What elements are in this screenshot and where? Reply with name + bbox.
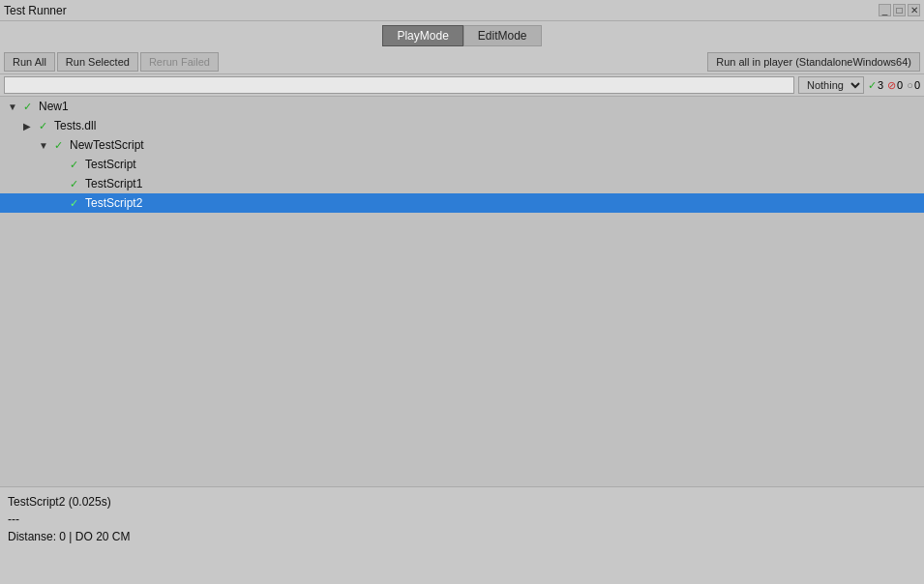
- arrow-tests-dll: ▶: [23, 121, 37, 131]
- playmode-button[interactable]: PlayMode: [382, 25, 462, 46]
- close-button[interactable]: ✕: [908, 4, 920, 16]
- failed-number: 0: [897, 79, 903, 91]
- failed-icon: ⊘: [887, 79, 896, 92]
- skipped-count: ○ 0: [907, 79, 920, 91]
- tree-item-newtestscript[interactable]: ▼ ✓ NewTestScript: [0, 135, 924, 155]
- title-bar: Test Runner _ □ ✕: [0, 0, 924, 21]
- passed-number: 3: [878, 79, 883, 91]
- bottom-line2: ---: [8, 511, 916, 528]
- mode-bar: PlayMode EditMode: [0, 21, 924, 50]
- filter-select[interactable]: Nothing: [798, 76, 864, 94]
- bottom-line3: Distanse: 0 | DO 20 CM: [8, 528, 916, 545]
- icon-testscript1: ✓: [70, 178, 83, 190]
- tree-row-tests-dll[interactable]: ▶ ✓ Tests.dll: [0, 117, 924, 134]
- tree-item-new1[interactable]: ▼ ✓ New1: [0, 97, 924, 116]
- maximize-button[interactable]: □: [893, 4, 906, 16]
- passed-count: ✓ 3: [868, 79, 883, 92]
- icon-testscript2: ✓: [70, 197, 83, 210]
- arrow-newtestscript: ▼: [39, 140, 52, 151]
- rerun-failed-button[interactable]: Rerun Failed: [140, 52, 219, 72]
- label-new1: New1: [39, 100, 69, 113]
- editmode-button[interactable]: EditMode: [463, 25, 542, 46]
- toolbar-right: Run all in player (StandaloneWindows64): [707, 52, 920, 72]
- title-bar-left: Test Runner: [4, 4, 67, 17]
- window-title: Test Runner: [4, 4, 67, 17]
- minimize-button[interactable]: _: [879, 4, 891, 16]
- passed-icon: ✓: [868, 79, 877, 92]
- search-bar: Nothing ✓ 3 ⊘ 0 ○ 0: [0, 74, 924, 97]
- skipped-icon: ○: [907, 79, 913, 91]
- arrow-new1: ▼: [8, 102, 21, 112]
- tree-item-testscript1[interactable]: ✓ TestScript1: [0, 174, 924, 193]
- bottom-line1: TestScript2 (0.025s): [8, 493, 916, 511]
- skipped-number: 0: [914, 79, 920, 91]
- test-runner-window: Test Runner _ □ ✕ PlayMode EditMode Run …: [0, 0, 924, 584]
- label-testscript2: TestScript2: [85, 196, 142, 210]
- tree-item-tests-dll[interactable]: ▶ ✓ Tests.dll: [0, 116, 924, 135]
- label-testscript: TestScript: [85, 158, 136, 171]
- label-testscript1: TestScript1: [85, 177, 142, 190]
- tree-row-testscript1[interactable]: ✓ TestScript1: [0, 175, 924, 192]
- toolbar: Run All Run Selected Rerun Failed Run al…: [0, 50, 924, 74]
- tree-row-newtestscript[interactable]: ▼ ✓ NewTestScript: [0, 136, 924, 154]
- failed-count: ⊘ 0: [887, 79, 903, 92]
- run-all-player-button[interactable]: Run all in player (StandaloneWindows64): [707, 52, 920, 72]
- title-controls: _ □ ✕: [879, 4, 920, 16]
- search-input[interactable]: [4, 76, 794, 94]
- tree-item-testscript[interactable]: ✓ TestScript: [0, 155, 924, 174]
- tree-row-testscript2[interactable]: ✓ TestScript2: [0, 194, 924, 212]
- toolbar-left: Run All Run Selected Rerun Failed: [4, 52, 219, 72]
- status-icons: ✓ 3 ⊘ 0 ○ 0: [868, 79, 920, 92]
- icon-tests-dll: ✓: [39, 120, 52, 132]
- icon-testscript: ✓: [70, 159, 83, 171]
- bottom-panel: TestScript2 (0.025s) --- Distanse: 0 | D…: [0, 487, 924, 584]
- run-selected-button[interactable]: Run Selected: [57, 52, 138, 72]
- label-tests-dll: Tests.dll: [54, 119, 96, 132]
- label-newtestscript: NewTestScript: [70, 138, 144, 152]
- icon-newtestscript: ✓: [54, 139, 68, 152]
- run-all-button[interactable]: Run All: [4, 52, 55, 72]
- test-tree: ▼ ✓ New1 ▶ ✓ Tests.dll ▼ ✓ NewTestScript: [0, 97, 924, 487]
- tree-row-new1[interactable]: ▼ ✓ New1: [0, 98, 924, 115]
- tree-item-testscript2[interactable]: ✓ TestScript2: [0, 193, 924, 213]
- tree-row-testscript[interactable]: ✓ TestScript: [0, 156, 924, 173]
- icon-new1: ✓: [23, 101, 37, 113]
